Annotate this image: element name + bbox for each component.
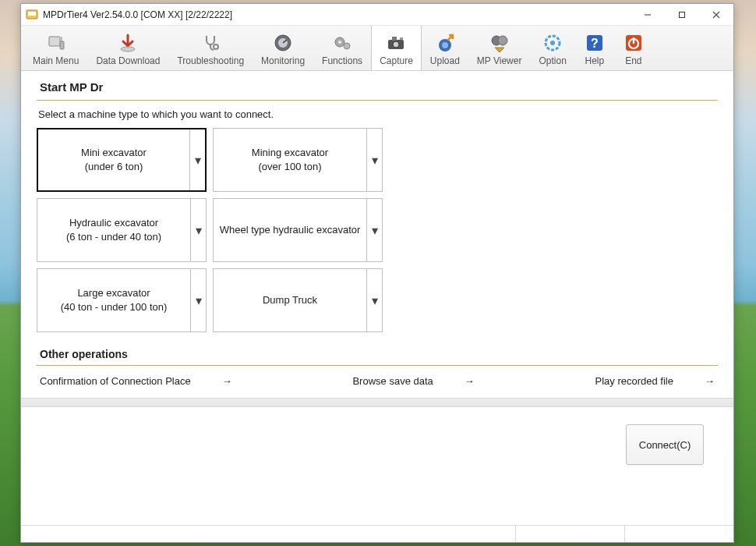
toolbar-label: MP Viewer bbox=[477, 55, 522, 66]
machine-label: Hydraulic excavator bbox=[69, 216, 158, 230]
viewer-icon bbox=[489, 32, 510, 54]
svg-point-15 bbox=[338, 41, 341, 44]
arrow-right-icon: → bbox=[705, 375, 715, 387]
arrow-right-icon: → bbox=[465, 375, 475, 387]
op-label: Browse save data bbox=[352, 375, 433, 387]
toolbar-label: End bbox=[625, 55, 641, 66]
svg-point-9 bbox=[121, 47, 135, 51]
toolbar-upload[interactable]: Upload bbox=[422, 26, 468, 70]
toolbar-monitoring[interactable]: Monitoring bbox=[253, 26, 313, 70]
prompt-text: Select a machine type to which you want … bbox=[38, 108, 718, 120]
svg-point-18 bbox=[393, 41, 399, 48]
toolbar: Main Menu Data Download Troubleshooting … bbox=[21, 26, 733, 71]
toolbar-capture[interactable]: Capture bbox=[371, 26, 422, 70]
toolbar-mp-viewer[interactable]: MP Viewer bbox=[468, 26, 531, 70]
machine-sub: (over 100 ton) bbox=[259, 160, 322, 174]
divider bbox=[37, 365, 718, 366]
svg-rect-19 bbox=[392, 37, 397, 41]
svg-rect-3 bbox=[680, 12, 685, 17]
footer: Connect(C) bbox=[37, 407, 718, 482]
content-area: Start MP Dr Select a machine type to whi… bbox=[21, 71, 733, 525]
connect-label: Connect(C) bbox=[639, 439, 691, 451]
dropdown-toggle[interactable]: ▾ bbox=[366, 199, 382, 261]
upload-icon bbox=[434, 32, 456, 54]
chevron-down-icon: ▾ bbox=[372, 223, 378, 238]
gauge-icon bbox=[272, 32, 294, 54]
chevron-down-icon: ▾ bbox=[195, 153, 201, 168]
toolbar-data-download[interactable]: Data Download bbox=[87, 26, 168, 70]
svg-point-16 bbox=[344, 43, 350, 49]
chevron-down-icon: ▾ bbox=[196, 293, 202, 308]
machine-sub: (6 ton - under 40 ton) bbox=[66, 230, 161, 244]
gears-icon bbox=[331, 32, 353, 54]
machine-label: Wheel type hydraulic excavator bbox=[220, 223, 361, 237]
toolbar-label: Functions bbox=[322, 55, 362, 66]
machine-label: Mini excavator bbox=[81, 146, 147, 160]
machine-mining-excavator[interactable]: Mining excavator (over 100 ton) ▾ bbox=[213, 128, 383, 192]
toolbar-option[interactable]: Option bbox=[530, 26, 574, 70]
window-title: MPDrTier4 Ver2.54.0.0 [COM XX] [2/22/222… bbox=[43, 9, 232, 20]
svg-rect-7 bbox=[60, 41, 64, 49]
minimize-button[interactable] bbox=[631, 4, 665, 26]
stethoscope-icon bbox=[200, 32, 221, 54]
main-menu-icon bbox=[45, 32, 67, 54]
dropdown-toggle[interactable]: ▾ bbox=[189, 129, 205, 190]
other-operations-header: Other operations bbox=[37, 348, 718, 360]
op-browse-save-data[interactable]: Browse save data → bbox=[352, 375, 474, 387]
toolbar-main-menu[interactable]: Main Menu bbox=[24, 26, 87, 70]
section-divider bbox=[21, 398, 733, 407]
toolbar-functions[interactable]: Functions bbox=[313, 26, 371, 70]
power-icon bbox=[623, 32, 645, 54]
toolbar-troubleshooting[interactable]: Troubleshooting bbox=[168, 26, 253, 70]
machine-label: Mining excavator bbox=[252, 146, 328, 160]
toolbar-label: Monitoring bbox=[261, 55, 305, 66]
help-icon: ? bbox=[584, 32, 606, 54]
page-title: Start MP Dr bbox=[37, 80, 718, 100]
svg-rect-20 bbox=[400, 37, 403, 40]
machine-label: Large excavator bbox=[77, 286, 150, 300]
machine-sub: (under 6 ton) bbox=[85, 160, 143, 174]
toolbar-label: Troubleshooting bbox=[177, 55, 244, 66]
maximize-button[interactable] bbox=[665, 4, 699, 26]
option-gear-icon bbox=[542, 32, 563, 54]
toolbar-end[interactable]: End bbox=[614, 26, 653, 70]
chevron-down-icon: ▾ bbox=[372, 153, 378, 168]
toolbar-label: Upload bbox=[430, 55, 460, 66]
toolbar-label: Help bbox=[585, 55, 604, 66]
machine-dump-truck[interactable]: Dump Truck ▾ bbox=[213, 268, 383, 332]
dropdown-toggle[interactable]: ▾ bbox=[190, 269, 206, 332]
toolbar-label: Option bbox=[539, 55, 566, 66]
machine-wheel-hydraulic-excavator[interactable]: Wheel type hydraulic excavator ▾ bbox=[213, 198, 383, 262]
machine-mini-excavator[interactable]: Mini excavator (under 6 ton) ▾ bbox=[37, 128, 207, 192]
toolbar-label: Data Download bbox=[96, 55, 160, 66]
svg-text:?: ? bbox=[591, 37, 599, 50]
op-label: Confirmation of Connection Place bbox=[40, 375, 191, 387]
toolbar-help[interactable]: ? Help bbox=[575, 26, 614, 70]
op-play-recorded-file[interactable]: Play recorded file → bbox=[595, 375, 715, 387]
camera-icon bbox=[385, 32, 407, 54]
app-icon bbox=[26, 9, 38, 21]
machine-hydraulic-excavator[interactable]: Hydraulic excavator (6 ton - under 40 to… bbox=[37, 198, 207, 262]
other-operations-row: Confirmation of Connection Place → Brows… bbox=[37, 372, 718, 395]
svg-point-26 bbox=[550, 41, 555, 45]
close-button[interactable] bbox=[699, 4, 733, 26]
svg-point-10 bbox=[214, 44, 218, 49]
application-window: MPDrTier4 Ver2.54.0.0 [COM XX] [2/22/222… bbox=[20, 3, 734, 543]
op-confirm-connection[interactable]: Confirmation of Connection Place → bbox=[40, 375, 232, 387]
download-icon bbox=[117, 32, 139, 54]
dropdown-toggle[interactable]: ▾ bbox=[366, 129, 382, 191]
status-bar bbox=[21, 525, 733, 542]
svg-point-24 bbox=[498, 36, 507, 45]
connect-button[interactable]: Connect(C) bbox=[626, 424, 704, 465]
titlebar: MPDrTier4 Ver2.54.0.0 [COM XX] [2/22/222… bbox=[21, 4, 733, 26]
svg-rect-1 bbox=[28, 12, 36, 16]
dropdown-toggle[interactable]: ▾ bbox=[190, 199, 206, 261]
chevron-down-icon: ▾ bbox=[196, 223, 202, 238]
chevron-down-icon: ▾ bbox=[372, 293, 378, 308]
svg-rect-6 bbox=[49, 37, 60, 46]
op-label: Play recorded file bbox=[595, 375, 673, 387]
dropdown-toggle[interactable]: ▾ bbox=[366, 269, 382, 332]
svg-point-22 bbox=[442, 42, 448, 48]
machine-sub: (40 ton - under 100 ton) bbox=[61, 300, 168, 314]
machine-large-excavator[interactable]: Large excavator (40 ton - under 100 ton)… bbox=[37, 268, 207, 332]
